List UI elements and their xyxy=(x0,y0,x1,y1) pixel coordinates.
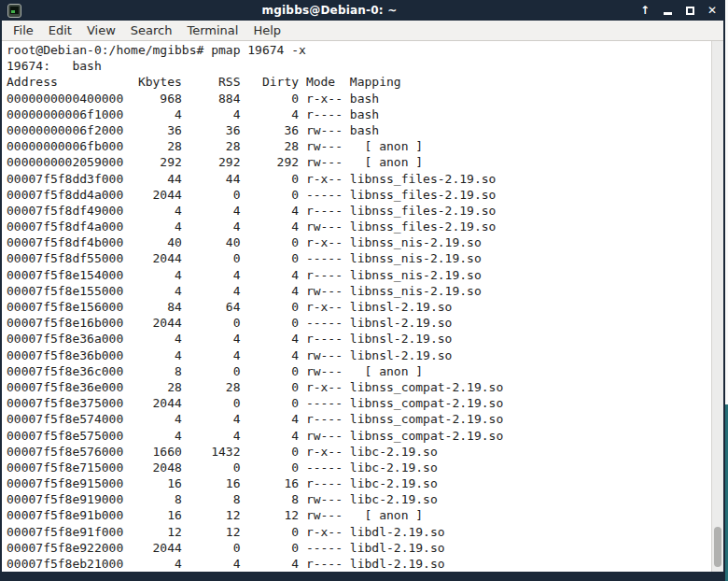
menu-item-search[interactable]: Search xyxy=(123,21,180,39)
terminal-row: 00007f5f8e574000 4 4 4 r---- libnss_comp… xyxy=(7,411,711,427)
window-controls: ↑ ✕ xyxy=(639,4,718,17)
terminal-row: 00000000006f1000 4 4 4 r---- bash xyxy=(7,106,711,122)
terminal-row: 00007f5f8e915000 16 16 16 r---- libc-2.1… xyxy=(7,475,711,491)
terminal-row: 00007f5f8e576000 1660 1432 0 r-x-- libc-… xyxy=(7,444,711,460)
terminal-row: 00007f5f8e922000 2044 0 0 ----- libdl-2.… xyxy=(7,540,711,556)
window-title: mgibbs@Debian-0: ~ xyxy=(27,4,632,17)
terminal-row: 00007f5f8e715000 2048 0 0 ----- libc-2.1… xyxy=(7,460,711,475)
terminal-row: 0000000000400000 968 884 0 r-x-- bash xyxy=(7,91,711,106)
terminal-row: 00007f5f8e36e000 28 28 0 r-x-- libnss_co… xyxy=(7,379,711,395)
prompt-line: root@Debian-0:/home/mgibbs# pmap 19674 -… xyxy=(7,42,711,58)
terminal-row: 00007f5f8eb21000 4 4 4 r---- libdl-2.19.… xyxy=(7,556,711,572)
terminal-row: 00007f5f8df55000 2044 0 0 ----- libnss_n… xyxy=(7,250,711,266)
terminal-row: 00007f5f8e575000 4 4 4 rw--- libnss_comp… xyxy=(7,428,711,444)
terminal-content: root@Debian-0:/home/mgibbs# pmap 19674 -… xyxy=(2,41,723,572)
maximize-icon[interactable] xyxy=(684,4,695,17)
terminal-row: 00007f5f8e156000 84 64 0 r-x-- libnsl-2.… xyxy=(7,299,711,315)
terminal-row: 00000000006f2000 36 36 36 rw--- bash xyxy=(7,122,711,138)
terminal-row: 00007f5f8e375000 2044 0 0 ----- libnss_c… xyxy=(7,395,711,411)
menu-item-terminal[interactable]: Terminal xyxy=(179,21,245,39)
window-titlebar[interactable]: mgibbs@Debian-0: ~ ↑ ✕ xyxy=(0,0,725,21)
terminal-row: 00007f5f8dd3f000 44 44 0 r-x-- libnss_fi… xyxy=(7,171,711,187)
terminal-row: 00007f5f8e919000 8 8 8 rw--- libc-2.19.s… xyxy=(7,491,711,507)
terminal-app-icon xyxy=(7,4,21,18)
terminal-row: 00000000006fb000 28 28 28 rw--- [ anon ] xyxy=(7,138,711,154)
terminal-row: 0000000002059000 292 292 292 rw--- [ ano… xyxy=(7,154,711,170)
terminal-row: 00007f5f8e91f000 12 12 0 r-x-- libdl-2.1… xyxy=(7,524,711,540)
terminal-row: 00007f5f8e36c000 8 0 0 rw--- [ anon ] xyxy=(7,363,711,379)
menu-item-edit[interactable]: Edit xyxy=(41,21,79,39)
terminal-row: 00007f5f8dd4a000 2044 0 0 ----- libnss_f… xyxy=(7,187,711,203)
terminal-row: 00007f5f8df4b000 40 40 0 r-x-- libnss_ni… xyxy=(7,234,711,250)
window-bottom-frame xyxy=(0,572,725,581)
terminal-row: 00007f5f8e154000 4 4 4 r---- libnss_nis-… xyxy=(7,267,711,283)
terminal-window: mgibbs@Debian-0: ~ ↑ ✕ FileEditViewSearc… xyxy=(0,0,725,581)
scrollbar[interactable] xyxy=(711,41,723,572)
menu-bar: FileEditViewSearchTerminalHelp xyxy=(2,21,723,41)
menu-item-help[interactable]: Help xyxy=(245,21,288,39)
scrollbar-thumb[interactable] xyxy=(714,527,721,567)
terminal-row: 00007f5f8df49000 4 4 4 r---- libnss_file… xyxy=(7,203,711,219)
terminal-row: 00007f5f8e36b000 4 4 4 rw--- libnsl-2.19… xyxy=(7,347,711,363)
table-header: Address Kbytes RSS Dirty Mode Mapping xyxy=(7,74,711,90)
close-icon[interactable]: ✕ xyxy=(707,4,718,17)
shade-icon[interactable]: ↑ xyxy=(639,4,651,17)
terminal-screen[interactable]: root@Debian-0:/home/mgibbs# pmap 19674 -… xyxy=(2,41,711,572)
minimize-icon[interactable] xyxy=(662,4,673,17)
terminal-row: 00007f5f8df4a000 4 4 4 rw--- libnss_file… xyxy=(7,219,711,234)
mapping-table: 0000000000400000 968 884 0 r-x-- bash000… xyxy=(7,91,711,572)
menu-item-view[interactable]: View xyxy=(79,21,123,39)
terminal-row: 00007f5f8e155000 4 4 4 rw--- libnss_nis-… xyxy=(7,283,711,299)
terminal-row: 00007f5f8e91b000 16 12 12 rw--- [ anon ] xyxy=(7,507,711,523)
terminal-row: 00007f5f8e36a000 4 4 4 r---- libnsl-2.19… xyxy=(7,331,711,347)
menu-item-file[interactable]: File xyxy=(6,21,41,39)
terminal-row: 00007f5f8e16b000 2044 0 0 ----- libnsl-2… xyxy=(7,315,711,331)
pid-line: 19674: bash xyxy=(7,58,711,74)
